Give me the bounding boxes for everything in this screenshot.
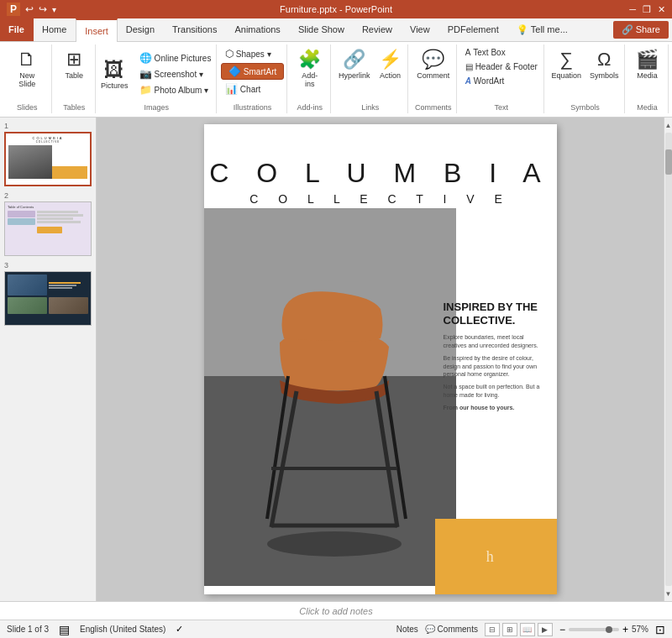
slide-right-content: INSPIRED BY THE COLLECTIVE. Explore boun… [435, 292, 557, 425]
new-slide-btn[interactable]: 🗋 New Slide [8, 46, 46, 90]
status-left: Slide 1 of 3 ▤ English (United States) ✓ [7, 623, 183, 636]
slide-canvas[interactable]: C O L U M B I A C O L L E C T I V E LOOK… [204, 124, 557, 594]
shapes-btn[interactable]: ⬡ Shapes ▾ [221, 46, 276, 61]
chart-label: Chart [240, 85, 260, 94]
addins-icon: 🧩 [298, 48, 322, 71]
action-label: Action [380, 71, 401, 80]
tables-group-label: Tables [63, 103, 85, 112]
media-label: Media [637, 71, 658, 80]
scroll-up-btn[interactable]: ▲ [664, 119, 673, 131]
slide-thumb-2[interactable]: Table of Contents [4, 201, 92, 256]
symbols-btn[interactable]: Ω Symbols [586, 46, 622, 81]
slide-layout-icon[interactable]: ▤ [59, 623, 70, 636]
comments-btn[interactable]: 💬 Comments [425, 625, 478, 634]
pictures-btn[interactable]: 🖼 Pictures [97, 56, 132, 92]
scrollbar-track[interactable] [665, 133, 672, 586]
collective-text: C O L L E C T I V E [204, 192, 557, 206]
photo-album-btn[interactable]: 📁 Photo Album ▾ [135, 82, 216, 97]
comment-label: Comment [417, 71, 449, 80]
columbia-text: C O L U M B I A [204, 158, 557, 189]
textbox-btn[interactable]: A Text Box [461, 46, 510, 59]
slide-1-number: 1 [4, 122, 92, 130]
tab-file[interactable]: File [0, 18, 34, 41]
scroll-down-btn[interactable]: ▼ [664, 588, 673, 599]
smartart-btn[interactable]: 🔷 SmartArt [221, 63, 284, 80]
tab-animations[interactable]: Animations [226, 18, 289, 41]
tab-insert[interactable]: Insert [76, 18, 118, 42]
chart-btn[interactable]: 📊 Chart [221, 81, 265, 97]
screenshot-btn[interactable]: 📷 Screenshot ▾ [135, 66, 216, 81]
action-btn[interactable]: ⚡ Action [375, 46, 406, 81]
action-icon: ⚡ [379, 48, 402, 71]
scrollbar-thumb[interactable] [665, 149, 672, 175]
slide-2-container: 2 Table of Contents [4, 191, 92, 256]
normal-view-btn[interactable]: ⊟ [485, 623, 500, 636]
quick-access-undo[interactable]: ↩ [25, 3, 34, 15]
notes-btn[interactable]: Notes [396, 625, 418, 634]
online-pictures-btn[interactable]: 🌐 Online Pictures [135, 50, 216, 65]
click-to-add-text: Click to add notes [299, 606, 372, 616]
new-slide-icon: 🗋 [15, 48, 39, 71]
share-btn[interactable]: 🔗 Share [613, 21, 669, 39]
table-btn[interactable]: ⊞ Table [59, 46, 89, 81]
zoom-level: 57% [632, 625, 648, 634]
window-title: Furniture.pptx - PowerPoint [280, 4, 392, 14]
images-group-label: Images [144, 103, 170, 112]
restore-btn[interactable]: ❒ [643, 4, 651, 15]
equation-btn[interactable]: ∑ Equation [548, 46, 585, 81]
tab-home[interactable]: Home [34, 18, 76, 41]
smartart-label: SmartArt [244, 67, 276, 76]
svg-point-9 [267, 531, 402, 557]
main-body: 1 COLUMBIA COLLECTIVE 2 T [0, 118, 672, 601]
group-media: 🎬 Media Media [627, 44, 669, 113]
ribbon-tabs: File Home Insert Design Transitions Anim… [0, 18, 672, 42]
table-label: Table [65, 71, 83, 80]
slide-thumb-3[interactable] [4, 271, 92, 326]
comment-icon: 💬 [422, 48, 445, 71]
tab-pdfelement[interactable]: PDFelement [439, 18, 508, 41]
reading-view-btn[interactable]: 📖 [520, 623, 535, 636]
wordart-btn[interactable]: A WordArt [461, 75, 509, 87]
app-logo: P [7, 3, 20, 16]
header-footer-btn[interactable]: ▤ Header & Footer [461, 60, 542, 73]
photo-album-icon: 📁 [139, 84, 152, 96]
pictures-icon: 🖼 [102, 58, 126, 81]
addins-btn[interactable]: 🧩 Add-ins [294, 46, 325, 90]
click-to-add-notes[interactable]: Click to add notes [0, 601, 672, 620]
minimize-btn[interactable]: ─ [629, 4, 636, 15]
illustrations-group-label: Illustrations [234, 103, 272, 112]
tab-review[interactable]: Review [354, 18, 402, 41]
spelling-icon[interactable]: ✓ [176, 624, 183, 635]
zoom-slider[interactable] [569, 628, 619, 631]
tab-view[interactable]: View [402, 18, 439, 41]
close-btn[interactable]: ✕ [658, 4, 665, 15]
tab-slideshow[interactable]: Slide Show [290, 18, 354, 41]
quick-access-redo[interactable]: ↪ [39, 3, 47, 15]
chart-icon: 📊 [225, 83, 238, 95]
slideshow-btn[interactable]: ▶ [538, 623, 553, 636]
gold-block: h [435, 519, 557, 594]
textbox-label: Text Box [473, 48, 505, 57]
zoom-in-btn[interactable]: + [622, 624, 628, 635]
zoom-out-btn[interactable]: − [559, 624, 565, 635]
zoom-control: − + 57% [559, 624, 648, 635]
hyperlink-btn[interactable]: 🔗 Hyperlink [335, 46, 374, 81]
slide-thumb-1[interactable]: COLUMBIA COLLECTIVE [4, 132, 92, 186]
tab-transitions[interactable]: Transitions [164, 18, 226, 41]
media-btn[interactable]: 🎬 Media [633, 46, 663, 81]
tab-tellme[interactable]: 💡Tell me... [508, 18, 577, 41]
slide-3-container: 3 [4, 261, 92, 326]
tab-design[interactable]: Design [118, 18, 164, 41]
table-icon: ⊞ [62, 48, 86, 71]
textbox-icon: A [465, 48, 471, 57]
status-bar: Slide 1 of 3 ▤ English (United States) ✓… [0, 620, 672, 638]
comment-btn[interactable]: 💬 Comment [413, 46, 453, 81]
slide-sorter-btn[interactable]: ⊞ [502, 623, 517, 636]
slide-header: C O L U M B I A C O L L E C T I V E LOOK… [204, 124, 557, 219]
svg-text:h: h [486, 548, 494, 565]
text-group-label: Text [494, 103, 508, 112]
fit-to-window-btn[interactable]: ⊡ [655, 623, 665, 636]
slide-3-number: 3 [4, 261, 92, 269]
zoom-slider-thumb[interactable] [606, 626, 612, 633]
customize-btn[interactable]: ▾ [52, 5, 56, 14]
